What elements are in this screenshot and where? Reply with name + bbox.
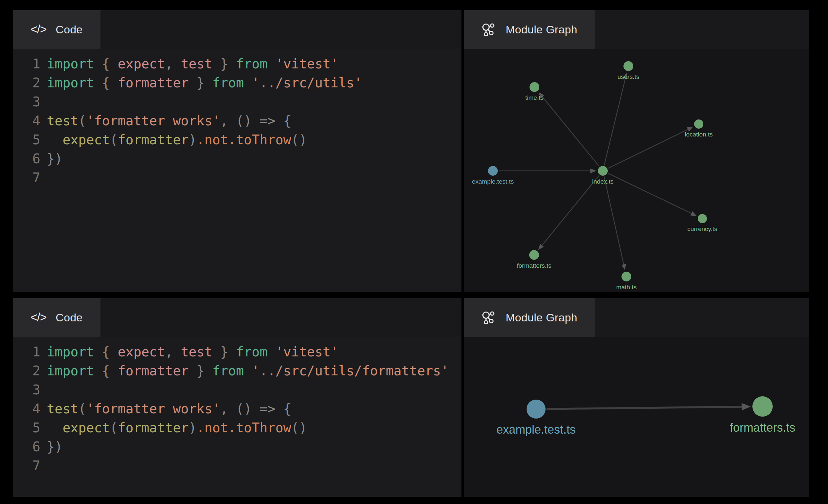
- line-number: 7: [19, 168, 40, 187]
- graph-node-users.ts[interactable]: [623, 61, 633, 71]
- code-line: 4test('formatter works', () => {: [19, 399, 461, 418]
- line-number: 5: [19, 130, 40, 149]
- line-content: import { formatter } from '../src/utils/…: [40, 361, 449, 380]
- line-number: 5: [19, 418, 40, 437]
- line-content: expect(formatter).not.toThrow(): [40, 418, 307, 437]
- code-line: 2import { formatter } from '../src/utils…: [19, 73, 461, 92]
- code-line: 5 expect(formatter).not.toThrow(): [19, 418, 461, 437]
- line-number: 4: [19, 111, 40, 130]
- graph-edge-arrow: [691, 211, 697, 216]
- graph-node-label: time.ts: [525, 94, 544, 101]
- line-content: [40, 168, 47, 187]
- app-background: </> Code 1import { expect, test } from '…: [13, 10, 809, 497]
- module-graph-canvas-bottom[interactable]: example.test.tsformatters.ts: [464, 337, 809, 497]
- graph-node-formatters.ts[interactable]: [529, 250, 539, 260]
- panel-code-bottom: </> Code 1import { expect, test } from '…: [13, 298, 461, 497]
- module-graph-canvas-top[interactable]: users.tstime.tslocation.tsexample.test.t…: [464, 49, 809, 292]
- graph-panel-header-top: Module Graph: [464, 10, 809, 49]
- graph-edge: [542, 175, 599, 246]
- graph-edge: [604, 78, 625, 165]
- code-line: 5 expect(formatter).not.toThrow(): [19, 130, 461, 149]
- line-number: 6: [19, 437, 40, 456]
- code-line: 7: [19, 168, 461, 187]
- graph-edge-arrow: [742, 403, 751, 410]
- code-editor-top[interactable]: 1import { expect, test } from 'vitest'2i…: [13, 49, 461, 292]
- line-number: 3: [19, 92, 40, 111]
- graph-node-time.ts[interactable]: [530, 82, 539, 92]
- code-icon: </>: [31, 310, 46, 324]
- line-number: 3: [19, 380, 40, 399]
- graph-edge: [546, 407, 742, 409]
- tab-label: Module Graph: [506, 23, 577, 36]
- tab-label: Module Graph: [506, 311, 577, 324]
- code-line: 7: [19, 456, 461, 475]
- graph-panel-header-bottom: Module Graph: [464, 298, 809, 337]
- graph-node-location.ts[interactable]: [694, 120, 703, 129]
- code-editor-bottom[interactable]: 1import { expect, test } from 'vitest'2i…: [13, 337, 461, 497]
- line-content: [40, 380, 47, 399]
- graph-node-example.test.ts[interactable]: [488, 166, 498, 176]
- graph-node-label: index.ts: [592, 178, 613, 185]
- line-content: import { expect, test } from 'vitest': [40, 54, 338, 73]
- graph-node-example.test.ts[interactable]: [527, 400, 546, 419]
- code-line: 6}): [19, 437, 461, 456]
- graph-edge: [608, 129, 688, 168]
- tab-code-top[interactable]: </> Code: [13, 10, 100, 49]
- tab-module-graph-top[interactable]: Module Graph: [464, 10, 595, 49]
- line-content: [40, 456, 47, 475]
- graph-edge: [608, 173, 692, 214]
- line-content: }): [40, 437, 63, 456]
- tab-label: Code: [56, 311, 82, 324]
- line-content: test('formatter works', () => {: [40, 399, 291, 418]
- module-graph-icon: [482, 22, 496, 37]
- line-number: 2: [19, 361, 40, 380]
- line-number: 6: [19, 149, 40, 168]
- module-graph-svg-top: users.tstime.tslocation.tsexample.test.t…: [464, 49, 809, 292]
- code-line: 6}): [19, 149, 461, 168]
- tab-module-graph-bottom[interactable]: Module Graph: [464, 298, 595, 337]
- graph-node-formatters.ts[interactable]: [752, 396, 773, 417]
- graph-edge-arrow: [590, 169, 596, 173]
- graph-node-label: users.ts: [618, 73, 639, 80]
- line-content: expect(formatter).not.toThrow(): [40, 130, 307, 149]
- line-number: 1: [19, 54, 40, 73]
- code-line: 3: [19, 92, 461, 111]
- graph-edge: [604, 177, 624, 265]
- module-graph-svg-bottom: example.test.tsformatters.ts: [464, 337, 809, 497]
- tab-label: Code: [56, 23, 82, 36]
- graph-edge: [542, 96, 599, 166]
- graph-edge-arrow: [621, 264, 626, 270]
- line-number: 2: [19, 73, 40, 92]
- graph-node-label: formatters.ts: [730, 421, 795, 434]
- line-number: 1: [19, 342, 40, 361]
- code-panel-header-bottom: </> Code: [13, 298, 461, 337]
- line-content: import { formatter } from '../src/utils': [40, 73, 362, 92]
- graph-node-label: example.test.ts: [472, 178, 514, 185]
- code-line: 1import { expect, test } from 'vitest': [19, 54, 461, 73]
- graph-node-math.ts[interactable]: [621, 271, 631, 282]
- line-content: [40, 92, 47, 111]
- panel-graph-top: Module Graph users.tstime.tslocation.tse…: [464, 10, 809, 292]
- line-content: test('formatter works', () => {: [40, 111, 291, 130]
- graph-node-label: math.ts: [616, 284, 636, 291]
- line-number: 7: [19, 456, 40, 475]
- line-content: import { expect, test } from 'vitest': [40, 342, 338, 361]
- graph-node-label: location.ts: [685, 131, 713, 138]
- graph-node-label: formatters.ts: [517, 262, 551, 269]
- tab-code-bottom[interactable]: </> Code: [13, 298, 100, 337]
- code-line: 3: [19, 380, 461, 399]
- line-number: 4: [19, 399, 40, 418]
- line-content: }): [40, 149, 63, 168]
- graph-node-label: currency.ts: [687, 225, 717, 233]
- code-panel-header-top: </> Code: [13, 10, 461, 49]
- code-line: 1import { expect, test } from 'vitest': [19, 342, 461, 361]
- panel-code-top: </> Code 1import { expect, test } from '…: [13, 10, 461, 292]
- graph-node-currency.ts[interactable]: [698, 214, 707, 223]
- code-line: 4test('formatter works', () => {: [19, 111, 461, 130]
- graph-node-index.ts[interactable]: [598, 166, 608, 176]
- code-icon: </>: [31, 23, 46, 36]
- module-graph-icon: [482, 310, 496, 325]
- code-line: 2import { formatter } from '../src/utils…: [19, 361, 461, 380]
- panel-graph-bottom: Module Graph example.test.tsformatters.t…: [464, 298, 809, 497]
- graph-node-label: example.test.ts: [496, 423, 576, 436]
